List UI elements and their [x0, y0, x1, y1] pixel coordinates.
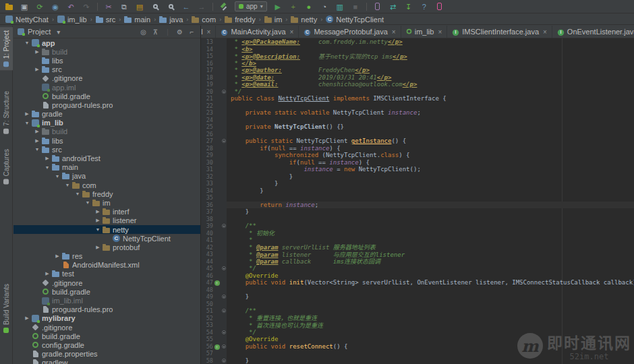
gradle-sync-icon[interactable]: ⇄: [388, 2, 398, 11]
tree-row-com[interactable]: ▼com: [13, 181, 200, 189]
chevron-down-icon[interactable]: ▼: [43, 165, 51, 170]
tree-row-libs[interactable]: libs: [13, 56, 200, 65]
tree-row-gradlew[interactable]: gradlew: [13, 359, 200, 364]
chevron-right-icon[interactable]: ▶: [23, 111, 31, 117]
tree-row-res[interactable]: ▶res: [13, 252, 200, 261]
chevron-down-icon[interactable]: ▼: [94, 227, 102, 232]
breadcrumb-item-netty[interactable]: netty: [289, 16, 318, 24]
chevron-right-icon[interactable]: ▶: [33, 67, 41, 72]
tree-row--gitignore[interactable]: .gitignore: [13, 74, 200, 83]
chevron-down-icon[interactable]: ▼: [53, 174, 61, 179]
code-line-15[interactable]: 15 * <p>@Description: 基于netty实现的tcp ims<…: [201, 53, 634, 60]
breadcrumb-item-im[interactable]: im: [263, 16, 284, 24]
tab-imsclientinterface-java[interactable]: IIMSClientInterface.java×: [447, 26, 552, 38]
tree-row-libs[interactable]: ▶libs: [13, 136, 200, 145]
code-line-37[interactable]: 37 }: [201, 208, 634, 216]
tree-row-build[interactable]: ▶build: [13, 127, 200, 136]
code-line-53[interactable]: 53 * 首次连接也可认为是重连: [201, 322, 634, 329]
redo-icon[interactable]: ↷: [82, 2, 91, 11]
tree-row-gradle[interactable]: ▶gradle: [13, 110, 200, 119]
forward-icon[interactable]: →: [197, 2, 206, 11]
tree-row-main[interactable]: ▼main: [13, 163, 200, 172]
collapse-all-icon[interactable]: ⊼: [151, 28, 160, 36]
device-manager-icon[interactable]: [435, 2, 444, 11]
close-icon[interactable]: ×: [438, 28, 442, 36]
copy-icon[interactable]: ⧉: [119, 2, 129, 11]
find-icon[interactable]: [150, 2, 160, 11]
stripe-item----structure[interactable]: 7: Structure: [0, 88, 13, 138]
chevron-down-icon[interactable]: ▼: [74, 191, 82, 196]
code-line-35[interactable]: 35: [201, 194, 634, 202]
code-line-18[interactable]: 18 * <p>@date: 2019/03/31 20:41</p>: [201, 74, 634, 82]
code-line-28[interactable]: 28 if(null == instance) {: [201, 145, 634, 152]
code-line-31[interactable]: 31 instance = new NettyTcpClient();: [201, 166, 634, 173]
tree-row-src[interactable]: ▼src: [13, 145, 200, 154]
code-line-33[interactable]: 33 }: [201, 180, 634, 187]
tree-row-listener[interactable]: ▶listener: [13, 216, 200, 225]
close-icon[interactable]: ×: [207, 28, 211, 36]
tree-row-app-iml[interactable]: app.iml: [13, 83, 200, 92]
tab-im-lib[interactable]: im_lib×: [401, 26, 448, 38]
override-icon[interactable]: ↑: [213, 279, 221, 286]
code-line-25[interactable]: 25 private NettyTcpClient() {}: [201, 123, 634, 131]
chevron-down-icon[interactable]: ▼: [33, 147, 41, 152]
sync-icon[interactable]: ⟳: [35, 2, 45, 11]
code-line-30[interactable]: 30 if(null == instance) {: [201, 159, 634, 166]
tree-row-build-gradle[interactable]: build.gradle: [13, 332, 200, 340]
tab-mainactivity-java[interactable]: CMainActivity.java×: [216, 26, 299, 38]
chevron-right-icon[interactable]: ▶: [43, 156, 51, 161]
tree-row-config-gradle[interactable]: config.gradle: [13, 340, 200, 349]
close-icon[interactable]: ×: [290, 28, 294, 36]
stripe-item-captures[interactable]: Captures: [0, 146, 13, 188]
project-panel-title[interactable]: Project: [28, 28, 51, 36]
code-line-40[interactable]: 40 * 初始化: [201, 230, 634, 237]
settings-icon[interactable]: ◉: [51, 2, 60, 11]
profiler-icon[interactable]: ◔: [320, 2, 329, 11]
breadcrumb-item-src[interactable]: src: [94, 16, 117, 24]
tree-row-test[interactable]: ▶test: [13, 270, 200, 278]
code-line-27[interactable]: 27 public static NettyTcpClient getInsta…: [201, 138, 634, 145]
close-icon[interactable]: ×: [543, 28, 547, 36]
tree-row-gradle-properties[interactable]: gradle.properties: [13, 350, 200, 359]
fold-icon[interactable]: [221, 329, 227, 336]
debug-icon[interactable]: ●: [304, 2, 314, 11]
code-line-48[interactable]: 48: [201, 286, 634, 294]
tab-ml[interactable]: ml×: [201, 26, 216, 38]
tree-row-im[interactable]: ▼im: [13, 198, 200, 207]
chevron-right-icon[interactable]: ▶: [94, 218, 102, 223]
open-icon[interactable]: [4, 2, 13, 11]
tree-row-protobuf[interactable]: ▶protobuf: [13, 243, 200, 251]
code-line-24[interactable]: 24: [201, 117, 634, 124]
code-line-36[interactable]: 36 return instance;: [201, 202, 634, 209]
apply-changes-icon[interactable]: +: [289, 2, 298, 11]
stop-icon[interactable]: ■: [351, 2, 360, 11]
avd-manager-icon[interactable]: [373, 2, 382, 11]
code-line-26[interactable]: 26: [201, 131, 634, 138]
breadcrumb-item-nettytcpclient[interactable]: CNettyTcpClient: [324, 16, 385, 24]
code-line-46[interactable]: 46 @Override: [201, 272, 634, 280]
tree-row-nettytcpclient[interactable]: CNettyTcpClient: [13, 234, 200, 243]
fold-icon[interactable]: [221, 222, 227, 229]
help-icon[interactable]: ?: [420, 2, 429, 11]
undo-icon[interactable]: ↶: [66, 2, 76, 11]
tab-messageprotobuf-java[interactable]: CMessageProtobuf.java×: [299, 26, 401, 38]
stripe-item-build-variants[interactable]: Build Variants: [0, 280, 13, 336]
tree-row--gitignore[interactable]: .gitignore: [13, 278, 200, 287]
chevron-down-icon[interactable]: ▼: [84, 200, 92, 205]
run-icon[interactable]: ▶: [273, 2, 283, 11]
fold-icon[interactable]: [221, 138, 227, 144]
code-line-49[interactable]: 49 }: [201, 293, 634, 301]
override-icon[interactable]: ↑: [213, 343, 221, 350]
code-line-20[interactable]: 20 */: [201, 88, 634, 96]
code-line-38[interactable]: 38: [201, 216, 634, 223]
save-icon[interactable]: ▣: [20, 2, 29, 11]
tree-row-build-gradle[interactable]: build.gradle: [13, 287, 200, 296]
code-line-44[interactable]: 44 * @param callback ims连接状态回调: [201, 258, 634, 266]
tree-row-build[interactable]: ▶build: [13, 47, 200, 56]
code-line-32[interactable]: 32 }: [201, 173, 634, 181]
tree-row-proguard-rules-pro[interactable]: proguard-rules.pro: [13, 100, 200, 109]
tree-row-app[interactable]: ▼app: [13, 38, 200, 47]
breadcrumb-item-main[interactable]: main: [123, 16, 152, 24]
chevron-down-icon[interactable]: ▼: [23, 121, 31, 125]
tree-row-androidmanifest-xml[interactable]: AndroidManifest.xml: [13, 261, 200, 270]
